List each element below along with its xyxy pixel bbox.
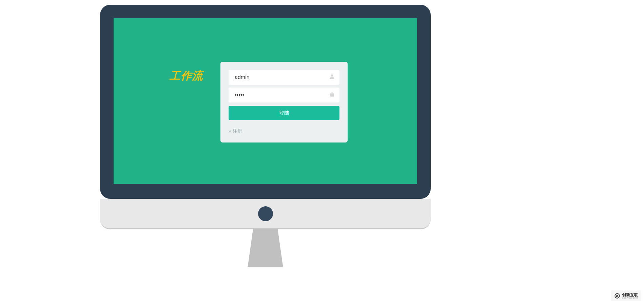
monitor-bezel: 工作流: [100, 5, 431, 199]
monitor-illustration: 工作流: [100, 5, 431, 267]
monitor-chin: [100, 199, 431, 229]
login-button[interactable]: 登陆: [229, 106, 339, 120]
watermark-text: 创新互联 CDXWCX.COM: [622, 293, 638, 299]
user-icon: [329, 74, 335, 81]
watermark-brand: 创新互联: [622, 293, 638, 297]
username-input[interactable]: [229, 70, 339, 85]
monitor-stand: [243, 229, 288, 267]
login-card: 登陆 » 注册: [220, 62, 348, 142]
watermark-sub: CDXWCX.COM: [622, 297, 638, 299]
monitor-screen: 工作流: [114, 18, 417, 184]
watermark-badge: 创新互联 CDXWCX.COM: [611, 290, 641, 301]
password-input[interactable]: [229, 88, 339, 102]
register-link[interactable]: » 注册: [229, 128, 339, 134]
username-field-wrap: [229, 70, 339, 85]
app-title: 工作流: [170, 69, 203, 83]
monitor-power-button: [258, 206, 273, 221]
watermark-logo-icon: [614, 292, 621, 299]
password-field-wrap: [229, 88, 339, 102]
lock-icon: [329, 92, 335, 98]
